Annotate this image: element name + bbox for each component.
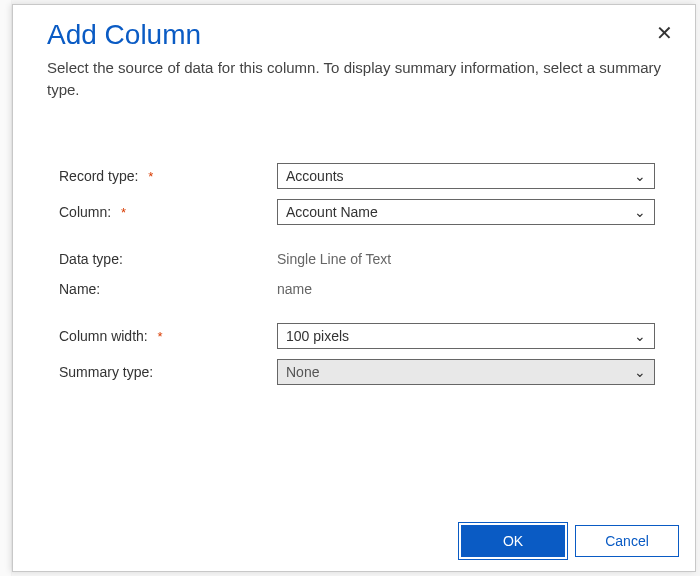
- select-column-value: Account Name: [286, 204, 378, 220]
- row-data-type: Data type: Single Line of Text: [59, 249, 655, 269]
- add-column-dialog: Add Column ✕ Select the source of data f…: [12, 4, 696, 572]
- select-record-type[interactable]: Accounts ⌄: [277, 163, 655, 189]
- value-name: name: [277, 279, 655, 299]
- row-summary-type: Summary type: None ⌄: [59, 359, 655, 385]
- close-icon[interactable]: ✕: [656, 23, 673, 43]
- required-mark: *: [148, 169, 153, 184]
- label-text-column: Column:: [59, 204, 111, 220]
- ok-button[interactable]: OK: [461, 525, 565, 557]
- dialog-title: Add Column: [47, 19, 661, 51]
- chevron-down-icon: ⌄: [634, 364, 646, 380]
- label-text-summary-type: Summary type:: [59, 364, 153, 380]
- dialog-body: Record type: * Accounts ⌄ Column: * Acco…: [13, 105, 695, 514]
- select-summary-type-value: None: [286, 364, 319, 380]
- chevron-down-icon: ⌄: [634, 328, 646, 344]
- label-column: Column: *: [59, 204, 277, 220]
- value-data-type: Single Line of Text: [277, 249, 655, 269]
- select-column-width-value: 100 pixels: [286, 328, 349, 344]
- select-column-width[interactable]: 100 pixels ⌄: [277, 323, 655, 349]
- dialog-footer: OK Cancel: [13, 513, 695, 571]
- label-data-type: Data type:: [59, 251, 277, 267]
- select-column[interactable]: Account Name ⌄: [277, 199, 655, 225]
- background-edge: [0, 0, 12, 576]
- required-mark: *: [121, 205, 126, 220]
- label-name: Name:: [59, 281, 277, 297]
- row-record-type: Record type: * Accounts ⌄: [59, 163, 655, 189]
- label-column-width: Column width: *: [59, 328, 277, 344]
- required-mark: *: [158, 329, 163, 344]
- label-text-name: Name:: [59, 281, 100, 297]
- label-summary-type: Summary type:: [59, 364, 277, 380]
- select-summary-type: None ⌄: [277, 359, 655, 385]
- label-text-column-width: Column width:: [59, 328, 148, 344]
- label-record-type: Record type: *: [59, 168, 277, 184]
- select-record-type-value: Accounts: [286, 168, 344, 184]
- chevron-down-icon: ⌄: [634, 204, 646, 220]
- label-text-data-type: Data type:: [59, 251, 123, 267]
- label-text-record-type: Record type:: [59, 168, 138, 184]
- dialog-description: Select the source of data for this colum…: [47, 57, 661, 101]
- chevron-down-icon: ⌄: [634, 168, 646, 184]
- cancel-button[interactable]: Cancel: [575, 525, 679, 557]
- row-column-width: Column width: * 100 pixels ⌄: [59, 323, 655, 349]
- row-name: Name: name: [59, 279, 655, 299]
- dialog-header: Add Column ✕ Select the source of data f…: [13, 5, 695, 105]
- row-column: Column: * Account Name ⌄: [59, 199, 655, 225]
